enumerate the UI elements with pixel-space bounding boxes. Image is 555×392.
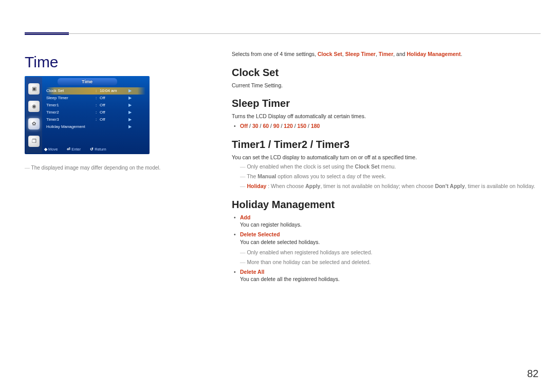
osd-value: Off <box>100 102 125 108</box>
osd-label: Timer3 <box>46 117 96 122</box>
sleep-timer-options: Off / 30 / 60 / 90 / 120 / 150 / 180 <box>240 122 539 130</box>
chevron-right-icon: ▶ <box>125 124 132 129</box>
osd-tab-title: Time <box>58 78 117 85</box>
osd-row-holiday: Holiday Management ▶ <box>46 123 145 130</box>
heading-sleep-timer: Sleep Timer <box>232 96 539 110</box>
osd-label: Sleep Timer <box>46 95 96 101</box>
picture-icon: ▣ <box>28 83 40 95</box>
osd-value: 10:04 am <box>100 88 125 94</box>
heading-timers: Timer1 / Timer2 / Timer3 <box>232 137 539 152</box>
osd-footer: ◆Move ⏎Enter ↺Return <box>44 146 146 153</box>
sleep-timer-body: Turns the LCD Display off automatically … <box>232 113 539 120</box>
osd-tab: Time <box>25 78 150 86</box>
intro-text: Selects from one of 4 time settings, Clo… <box>232 50 539 58</box>
content-column: Selects from one of 4 time settings, Clo… <box>232 50 539 285</box>
timers-note-2: The Manual option allows you to select a… <box>240 173 539 180</box>
osd-row-timer1: Timer1 : Off ▶ <box>46 102 145 109</box>
osd-label: Holiday Management <box>46 124 96 129</box>
heading-holiday: Holiday Management <box>232 197 539 212</box>
osd-value: Off <box>100 117 125 122</box>
osd-footer-enter: Enter <box>71 147 81 152</box>
holiday-del-note-1: Only enabled when registered holidays ar… <box>240 249 539 256</box>
osd-footer-return: Return <box>95 147 106 152</box>
osd-row-sleep-timer: Sleep Timer : Off ▶ <box>46 95 145 102</box>
osd-value: Off <box>100 95 125 101</box>
osd-footer-move: Move <box>48 147 58 152</box>
chevron-right-icon: ▶ <box>125 88 132 94</box>
holiday-delete-selected: Delete Selected You can delete selected … <box>240 231 539 266</box>
image-disclaimer: The displayed image may differ depending… <box>25 164 184 172</box>
timers-note-1: Only enabled when the clock is set using… <box>240 163 539 171</box>
timers-note-3: Holiday : When choose Apply, timer is no… <box>240 182 539 190</box>
osd-sidebar: ▣ ◉ ✿ ❐ <box>26 77 42 153</box>
holiday-delete-all: Delete All You can delete all the regist… <box>240 268 539 283</box>
timers-body: You can set the LCD display to automatic… <box>232 154 539 161</box>
setup-icon: ✿ <box>28 118 40 129</box>
chevron-right-icon: ▶ <box>125 109 132 115</box>
header-divider <box>25 33 541 34</box>
holiday-del-note-2: More than one holiday can be selected an… <box>240 258 539 266</box>
osd-label: Clock Set <box>46 88 96 94</box>
sound-icon: ◉ <box>28 101 40 112</box>
chevron-right-icon: ▶ <box>125 95 132 101</box>
multi-icon: ❐ <box>28 136 40 147</box>
chevron-right-icon: ▶ <box>125 102 132 108</box>
page-title: Time <box>25 51 59 73</box>
osd-label: Timer2 <box>46 109 96 115</box>
osd-row-timer2: Timer2 : Off ▶ <box>46 109 145 116</box>
osd-label: Timer1 <box>46 102 96 108</box>
heading-clock-set: Clock Set <box>232 65 539 80</box>
chevron-right-icon: ▶ <box>125 117 132 122</box>
osd-row-clock-set: Clock Set : 10:04 am ▶ <box>46 87 145 95</box>
clock-set-body: Current Time Setting. <box>232 82 539 89</box>
osd-screenshot: ▣ ◉ ✿ ❐ Time Clock Set : 10:04 am ▶ Slee… <box>25 76 150 154</box>
osd-row-timer3: Timer3 : Off ▶ <box>46 116 145 123</box>
holiday-add: Add You can register holidays. <box>240 214 539 229</box>
osd-value: Off <box>100 109 125 115</box>
page-number: 82 <box>527 366 539 381</box>
osd-menu-body: Clock Set : 10:04 am ▶ Sleep Timer : Off… <box>46 87 145 145</box>
